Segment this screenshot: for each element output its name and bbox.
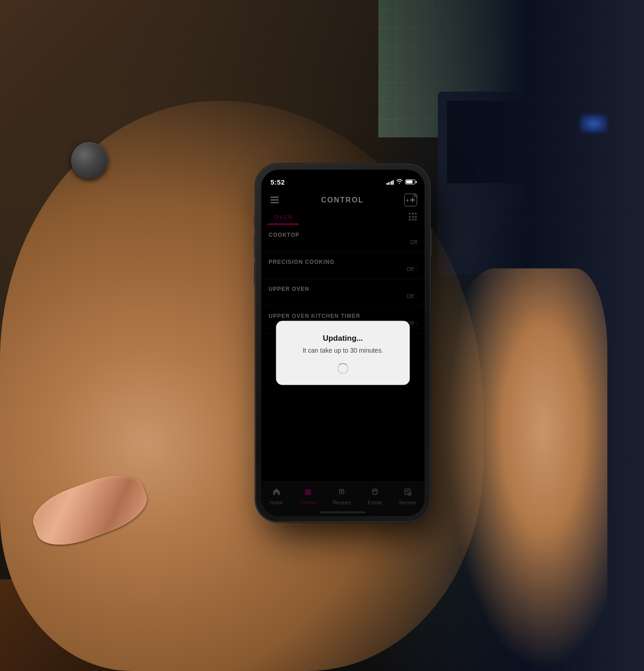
app-content: CONTROL bbox=[262, 190, 425, 516]
notch bbox=[313, 169, 373, 182]
updating-modal: Updating... It can take up to 30 minutes… bbox=[276, 321, 410, 385]
status-time: 5:52 bbox=[271, 178, 285, 186]
phone-body: 5:52 bbox=[256, 164, 430, 521]
volume-down-button bbox=[254, 262, 256, 285]
modal-subtitle: It can take up to 30 minutes. bbox=[287, 346, 399, 354]
power-button bbox=[430, 228, 432, 256]
signal-icon bbox=[386, 179, 394, 185]
volume-up-button bbox=[254, 235, 256, 258]
battery-icon bbox=[405, 180, 415, 185]
loading-spinner bbox=[338, 363, 349, 374]
updating-modal-backdrop: Updating... It can take up to 30 minutes… bbox=[262, 190, 425, 516]
phone-device: 5:52 bbox=[256, 164, 430, 521]
phone-screen: 5:52 bbox=[262, 169, 425, 516]
blue-accent-light bbox=[580, 115, 607, 133]
hand-right bbox=[447, 268, 608, 671]
modal-title: Updating... bbox=[287, 333, 399, 343]
mute-switch bbox=[254, 214, 256, 228]
wifi-icon bbox=[396, 179, 403, 185]
status-icons bbox=[386, 179, 415, 185]
menu-list: COOKTOP Off PRECISION COOKING Off › bbox=[262, 225, 425, 481]
svg-point-0 bbox=[399, 183, 400, 184]
oven-knob bbox=[71, 142, 108, 179]
